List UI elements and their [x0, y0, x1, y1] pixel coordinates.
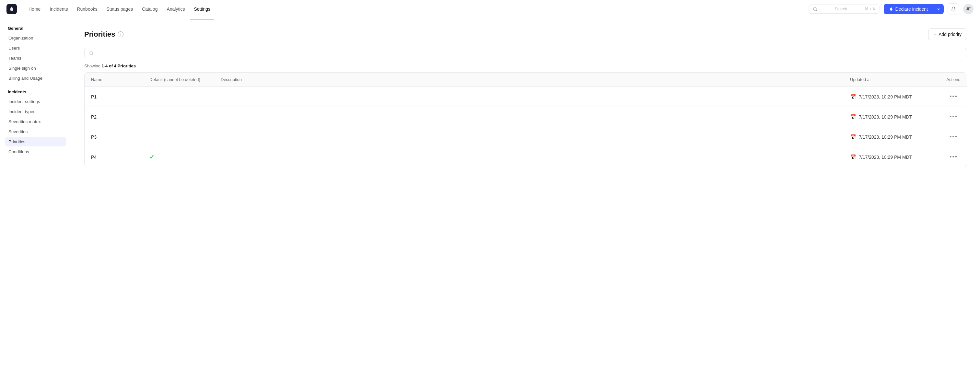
priorities-search[interactable] — [84, 48, 967, 58]
sidebar-item-teams[interactable]: Teams — [5, 54, 66, 63]
svg-point-0 — [813, 7, 816, 10]
showing-text: Showing 1-4 of 4 Priorities — [84, 64, 967, 68]
sidebar-item-incident-settings[interactable]: Incident settings — [5, 97, 66, 106]
add-priority-label: Add priority — [939, 32, 961, 37]
cell-name: P1 — [84, 87, 143, 107]
nav-home[interactable]: Home — [25, 5, 45, 14]
sidebar-incidents-title: Incidents — [5, 89, 66, 94]
nav-runbooks[interactable]: Runbooks — [73, 5, 101, 14]
sidebar-item-priorities[interactable]: Priorities — [5, 137, 66, 146]
cell-name: P2 — [84, 107, 143, 127]
cell-updated-at: 📅7/17/2023, 10:29 PM MDT — [843, 107, 934, 127]
layout: General Organization Users Teams Single … — [0, 18, 980, 381]
app-logo[interactable] — [6, 4, 17, 14]
add-priority-button[interactable]: + Add priority — [928, 29, 967, 40]
cell-description — [214, 147, 843, 167]
table-row: P4✓📅7/17/2023, 10:29 PM MDT••• — [84, 147, 967, 167]
cell-actions: ••• — [934, 127, 967, 147]
row-actions-button[interactable]: ••• — [947, 112, 960, 122]
showing-range: 1-4 of 4 Priorities — [102, 64, 135, 68]
declare-incident-button[interactable]: Declare incident — [884, 4, 944, 14]
row-actions-button[interactable]: ••• — [947, 132, 960, 141]
col-header-actions: Actions — [934, 73, 967, 87]
date-value: 7/17/2023, 10:29 PM MDT — [859, 114, 912, 119]
search-shortcut: ⌘ + K — [865, 7, 876, 11]
cell-default — [143, 127, 214, 147]
nav-catalog[interactable]: Catalog — [138, 5, 161, 14]
sidebar-item-conditions[interactable]: Conditions — [5, 147, 66, 157]
global-search[interactable]: Search ⌘ + K — [808, 5, 880, 14]
row-actions-button[interactable]: ••• — [947, 152, 960, 162]
sidebar-item-severities[interactable]: Severities — [5, 127, 66, 137]
topnav-right: Search ⌘ + K Declare incident JE — [808, 3, 974, 15]
cell-default — [143, 87, 214, 107]
row-actions-button[interactable]: ••• — [947, 92, 960, 102]
declare-btn-main: Declare incident — [884, 4, 933, 14]
nav-links: Home Incidents Runbooks Status pages Cat… — [25, 5, 801, 14]
date-value: 7/17/2023, 10:29 PM MDT — [859, 94, 912, 100]
user-avatar[interactable]: JE — [963, 4, 974, 14]
sidebar-item-sso[interactable]: Single sign on — [5, 64, 66, 73]
nav-status-pages[interactable]: Status pages — [102, 5, 137, 14]
cell-description — [214, 127, 843, 147]
cell-description — [214, 107, 843, 127]
table-row: P1📅7/17/2023, 10:29 PM MDT••• — [84, 87, 967, 107]
sidebar-item-incident-types[interactable]: Incident types — [5, 107, 66, 116]
svg-point-1 — [90, 51, 93, 54]
sidebar-incidents-section: Incidents Incident settings Incident typ… — [5, 89, 66, 157]
priorities-table: Name Default (cannot be deleted) Descrip… — [84, 73, 967, 167]
page-title: Priorities — [84, 30, 115, 38]
col-header-description: Description — [214, 73, 843, 87]
calendar-icon: 📅 — [850, 94, 856, 100]
search-placeholder: Search — [835, 7, 847, 11]
page-header: Priorities i + Add priority — [84, 29, 967, 40]
cell-updated-at: 📅7/17/2023, 10:29 PM MDT — [843, 147, 934, 167]
priorities-table-container: Name Default (cannot be deleted) Descrip… — [84, 72, 967, 167]
main-content: Priorities i + Add priority Showing 1-4 … — [71, 18, 980, 381]
calendar-icon: 📅 — [850, 154, 856, 160]
topnav: Home Incidents Runbooks Status pages Cat… — [0, 0, 980, 18]
sidebar-item-severities-matrix[interactable]: Severities matrix — [5, 117, 66, 126]
col-header-name: Name — [84, 73, 143, 87]
cell-default — [143, 107, 214, 127]
cell-name: P3 — [84, 127, 143, 147]
check-icon: ✓ — [150, 154, 154, 160]
sidebar-general-section: General Organization Users Teams Single … — [5, 26, 66, 83]
sidebar-item-organization[interactable]: Organization — [5, 33, 66, 43]
cell-name: P4 — [84, 147, 143, 167]
date-value: 7/17/2023, 10:29 PM MDT — [859, 135, 912, 140]
col-header-updated: Updated at — [843, 73, 934, 87]
cell-actions: ••• — [934, 87, 967, 107]
calendar-icon: 📅 — [850, 134, 856, 140]
table-row: P3📅7/17/2023, 10:29 PM MDT••• — [84, 127, 967, 147]
page-title-row: Priorities i — [84, 30, 124, 38]
sidebar: General Organization Users Teams Single … — [0, 18, 71, 381]
calendar-icon: 📅 — [850, 114, 856, 120]
cell-default: ✓ — [143, 147, 214, 167]
nav-analytics[interactable]: Analytics — [163, 5, 189, 14]
nav-incidents[interactable]: Incidents — [46, 5, 72, 14]
cell-updated-at: 📅7/17/2023, 10:29 PM MDT — [843, 87, 934, 107]
cell-actions: ••• — [934, 147, 967, 167]
declare-btn-chevron[interactable] — [933, 5, 944, 14]
sidebar-item-billing[interactable]: Billing and Usage — [5, 73, 66, 83]
cell-actions: ••• — [934, 107, 967, 127]
col-header-default: Default (cannot be deleted) — [143, 73, 214, 87]
sidebar-general-title: General — [5, 26, 66, 31]
table-header-row: Name Default (cannot be deleted) Descrip… — [84, 73, 967, 87]
notifications-button[interactable] — [948, 3, 959, 15]
table-row: P2📅7/17/2023, 10:29 PM MDT••• — [84, 107, 967, 127]
sidebar-item-users[interactable]: Users — [5, 43, 66, 53]
info-icon[interactable]: i — [118, 32, 124, 37]
date-value: 7/17/2023, 10:29 PM MDT — [859, 154, 912, 160]
cell-updated-at: 📅7/17/2023, 10:29 PM MDT — [843, 127, 934, 147]
cell-description — [214, 87, 843, 107]
add-priority-plus-icon: + — [934, 32, 937, 37]
nav-settings[interactable]: Settings — [190, 5, 214, 14]
